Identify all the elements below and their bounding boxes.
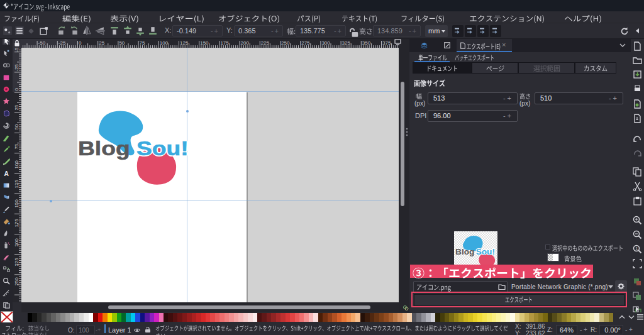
svg-text:100: 100 [160,40,169,46]
svg-text:125: 125 [180,40,189,46]
svg-text:225: 225 [14,258,19,266]
svg-text:1: 1 [636,246,638,251]
svg-text:300: 300 [321,40,330,46]
svg-text:25: 25 [99,40,104,46]
svg-text:150: 150 [200,40,209,46]
svg-text:50: 50 [14,124,19,129]
svg-text:175: 175 [14,219,19,228]
svg-text:50: 50 [119,40,125,46]
svg-text:25: 25 [14,104,19,110]
svg-text:Sou!: Sou! [476,247,495,256]
svg-text:150: 150 [14,199,19,208]
svg-text:75: 75 [14,143,19,149]
svg-text:225: 225 [261,40,270,46]
svg-text:350: 350 [362,40,371,46]
svg-text:0: 0 [79,40,82,46]
svg-text:-50: -50 [14,48,19,52]
svg-text:275: 275 [301,40,310,46]
svg-text:0: 0 [14,88,19,91]
svg-text:-25: -25 [14,63,19,71]
svg-text:75: 75 [140,40,145,46]
svg-text:250: 250 [14,277,19,286]
svg-text:175: 175 [220,40,229,46]
svg-text:-50: -50 [38,40,46,46]
svg-text:325: 325 [342,40,351,46]
svg-text:A: A [4,170,9,177]
svg-text:200: 200 [14,238,19,247]
svg-text:200: 200 [241,40,250,46]
svg-text:125: 125 [14,180,19,189]
svg-text:Blog: Blog [455,247,474,256]
svg-text:375: 375 [382,40,391,46]
svg-text:-25: -25 [58,40,66,46]
svg-text:250: 250 [281,40,290,46]
svg-text:100: 100 [14,160,19,169]
